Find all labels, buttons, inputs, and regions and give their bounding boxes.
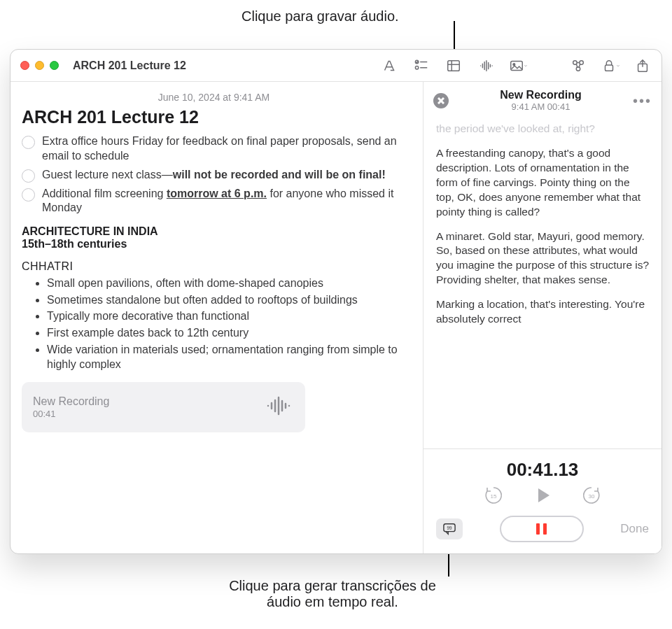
checklist: Extra office hours Friday for feedback o… <box>22 134 406 215</box>
waveform-icon <box>266 396 294 418</box>
text-fragment: Guest lecture next class— <box>42 169 173 181</box>
list-item: First example dates back to 12th century <box>47 325 406 341</box>
close-recording-button[interactable] <box>433 93 449 108</box>
elapsed-time: 00:41.13 <box>436 459 649 481</box>
callout-bottom: Clique para gerar transcrições de áudio … <box>140 578 525 610</box>
window-controls <box>20 61 59 70</box>
svg-rect-3 <box>511 61 523 70</box>
content-area: June 10, 2024 at 9:41 AM ARCH 201 Lectur… <box>10 82 662 553</box>
media-menu-button[interactable] <box>509 57 527 75</box>
recording-controls: 00:41.13 15 30 99 <box>424 448 662 553</box>
minimize-window-button[interactable] <box>35 61 44 70</box>
recording-pane: New Recording 9:41 AM 00:41 ••• the peri… <box>424 82 662 553</box>
close-window-button[interactable] <box>20 61 29 70</box>
svg-text:30: 30 <box>589 493 595 500</box>
share-button[interactable] <box>634 57 652 75</box>
recording-attachment[interactable]: New Recording 00:41 <box>22 382 305 432</box>
svg-point-7 <box>576 66 580 71</box>
window-title: ARCH 201 Lecture 12 <box>73 59 374 72</box>
pause-recording-button[interactable] <box>500 516 584 542</box>
checklist-text: Additional film screening tomorrow at 6 … <box>42 187 406 216</box>
recording-header: New Recording 9:41 AM 00:41 ••• <box>424 82 662 113</box>
toolbar <box>380 57 652 75</box>
transcript-paragraph: A freestanding canopy, that's a good des… <box>436 146 650 220</box>
transcript-paragraph: Marking a location, that's interesting. … <box>436 297 650 327</box>
recording-header-center: New Recording 9:41 AM 00:41 <box>456 89 626 112</box>
list-item: Small open pavilions, often with dome-sh… <box>47 276 406 291</box>
svg-rect-8 <box>606 65 613 71</box>
svg-rect-2 <box>448 60 460 71</box>
transcription-toggle-button[interactable]: 99 <box>436 518 463 539</box>
recording-more-button[interactable]: ••• <box>633 97 652 104</box>
transcript-paragraph: A minaret. Gold star, Mayuri, good memor… <box>436 229 650 288</box>
checkbox-icon[interactable] <box>22 136 35 149</box>
app-window: ARCH 201 Lecture 12 <box>10 49 662 554</box>
text-fragment: Additional film screening <box>42 188 167 199</box>
transcript-area[interactable]: the period we've looked at, right? A fre… <box>424 113 662 448</box>
playback-controls: 15 30 <box>436 485 649 509</box>
lock-menu-button[interactable] <box>601 57 620 75</box>
skip-forward-button[interactable]: 30 <box>581 485 602 509</box>
list-heading: CHHATRI <box>22 260 406 273</box>
svg-text:15: 15 <box>491 493 497 500</box>
checklist-text: Guest lecture next class—will not be rec… <box>42 168 386 183</box>
checklist-item[interactable]: Extra office hours Friday for feedback o… <box>22 134 406 164</box>
titlebar: ARCH 201 Lecture 12 <box>10 50 662 82</box>
pause-icon <box>536 523 547 535</box>
attachment-name: New Recording <box>33 395 109 408</box>
svg-point-1 <box>415 66 418 69</box>
table-button[interactable] <box>444 57 463 75</box>
recording-title: New Recording <box>456 89 626 101</box>
note-title: ARCH 201 Lecture 12 <box>22 107 406 127</box>
list-item: Sometimes standalone but often added to … <box>47 292 406 308</box>
transcript-line-faded: the period we've looked at, right? <box>436 122 650 136</box>
checklist-text: Extra office hours Friday for feedback o… <box>42 134 406 164</box>
callout-bottom-line1: Clique para gerar transcrições de <box>229 578 436 593</box>
svg-text:99: 99 <box>447 525 452 530</box>
skip-back-button[interactable]: 15 <box>483 485 504 509</box>
checkbox-icon[interactable] <box>22 169 35 183</box>
note-date: June 10, 2024 at 9:41 AM <box>22 92 406 103</box>
link-note-button[interactable] <box>569 57 587 75</box>
section-heading: ARCHITECTURE IN INDIA <box>22 225 406 238</box>
checklist-item[interactable]: Guest lecture next class—will not be rec… <box>22 168 406 183</box>
recording-subtitle: 9:41 AM 00:41 <box>456 101 626 112</box>
callout-bottom-line2: áudio em tempo real. <box>267 594 398 609</box>
attachment-duration: 00:41 <box>33 409 109 420</box>
play-button[interactable] <box>532 485 553 509</box>
note-pane[interactable]: June 10, 2024 at 9:41 AM ARCH 201 Lectur… <box>10 82 424 553</box>
section-subheading: 15th–18th centuries <box>22 238 406 250</box>
format-text-button[interactable] <box>380 57 398 75</box>
recording-bottom-row: 99 Done <box>436 516 649 542</box>
checklist-item[interactable]: Additional film screening tomorrow at 6 … <box>22 187 406 216</box>
zoom-window-button[interactable] <box>50 61 59 70</box>
callout-top: Clique para gravar áudio. <box>241 8 399 24</box>
record-audio-button[interactable] <box>477 57 495 75</box>
bullet-list: Small open pavilions, often with dome-sh… <box>22 276 406 372</box>
list-item: Typically more decorative than functiona… <box>47 309 406 324</box>
checklist-button[interactable] <box>412 57 430 75</box>
done-button[interactable]: Done <box>620 522 649 536</box>
text-fragment-bold: will not be recorded and will be on fina… <box>173 169 386 181</box>
checkbox-icon[interactable] <box>22 188 35 202</box>
text-fragment-underline: tomorrow at 6 p.m. <box>167 188 267 199</box>
list-item: Wide variation in materials used; orname… <box>47 342 406 372</box>
attachment-label: New Recording 00:41 <box>33 395 109 419</box>
